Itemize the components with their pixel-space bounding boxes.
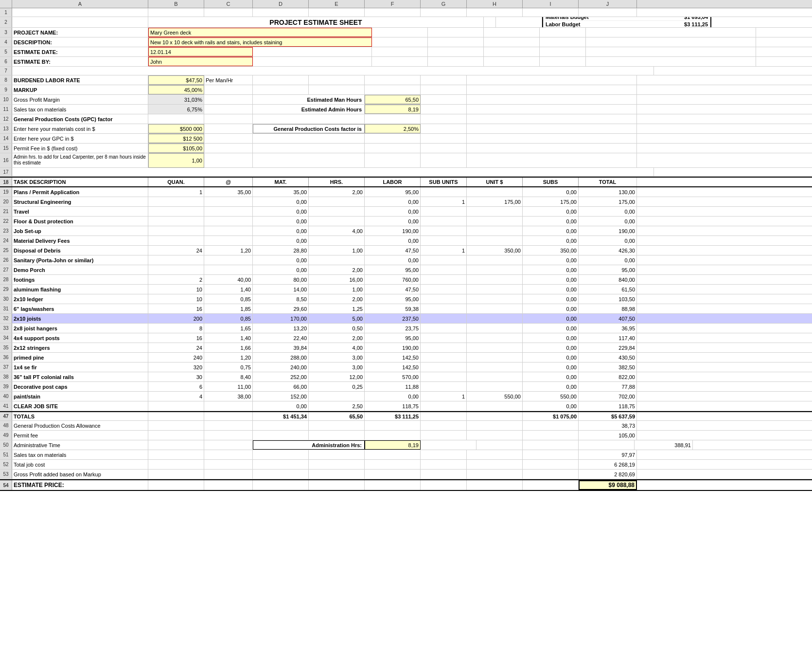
admin-hrs-sub-value[interactable]: 8,19: [365, 440, 421, 450]
task-hrs-32: 5,00: [309, 314, 365, 323]
task-desc-24: Material Delivery Fees: [12, 236, 148, 245]
task-at-38: 8,40: [204, 372, 253, 381]
task-subunits-25: 1: [421, 246, 467, 255]
th-mat: MAT.: [253, 178, 309, 186]
totals-row: 47 TOTALS $1 451,34 65,50 $3 111,25 $1 0…: [0, 411, 812, 421]
task-total-41: 118,75: [579, 401, 637, 411]
task-mat-26: 0,00: [253, 255, 309, 265]
col-header-h: H: [467, 0, 523, 8]
task-subs-28: 0,00: [523, 275, 579, 284]
task-mat-22: 0,00: [253, 217, 309, 226]
task-at-33: 1,65: [204, 324, 253, 333]
project-name-value[interactable]: Mary Green deck: [148, 28, 372, 37]
sheet-title: PROJECT ESTIMATE SHEET: [148, 17, 484, 27]
row-50: 50 Administrative Time Administration Hr…: [0, 440, 812, 450]
col-header-j: J: [579, 0, 637, 8]
task-subs-27: 0,00: [523, 265, 579, 274]
burdened-labor-value[interactable]: $47,50: [148, 75, 204, 85]
task-total-39: 77,88: [579, 382, 637, 391]
th-hrs: HRS.: [309, 178, 365, 186]
task-subs-35: 0,00: [523, 343, 579, 352]
row-num-header: [0, 0, 12, 8]
task-row-39: 39 Decorative post caps 6 11,00 66,00 0,…: [0, 382, 812, 392]
task-subs-36: 0,00: [523, 353, 579, 362]
task-quan-27: [148, 265, 204, 274]
task-units-38: [467, 372, 523, 381]
task-total-26: 0,00: [579, 255, 637, 265]
row-52: 52 Total job cost 6 268,19: [0, 460, 812, 470]
task-labor-28: 760,00: [365, 275, 421, 284]
task-subunits-35: [421, 343, 467, 352]
task-row-33: 33 2x8 joist hangers 8 1,65 13,20 0,50 2…: [0, 324, 812, 333]
task-total-21: 0,00: [579, 207, 637, 216]
est-admin-hours-value[interactable]: 8,19: [365, 105, 421, 114]
task-mat-31: 29,60: [253, 304, 309, 313]
task-labor-24: 0,00: [365, 236, 421, 245]
markup-value[interactable]: 45,00%: [148, 85, 204, 94]
task-desc-27: Demo Porch: [12, 265, 148, 274]
task-units-29: [467, 285, 523, 294]
th-total: TOTAL: [579, 178, 637, 186]
task-subs-21: 0,00: [523, 207, 579, 216]
totals-labor: $3 111,25: [365, 412, 421, 420]
task-desc-39: Decorative post caps: [12, 382, 148, 391]
sales-tax-value: 6,75%: [148, 105, 204, 114]
task-subunits-23: [421, 226, 467, 235]
task-labor-35: 190,00: [365, 343, 421, 352]
task-subs-41: 0,00: [523, 401, 579, 411]
project-name-label: PROJECT NAME:: [12, 28, 148, 37]
col-header-i: I: [523, 0, 579, 8]
task-desc-38: 36" tall PT colonial rails: [12, 372, 148, 381]
gpc-in-value[interactable]: $12 500: [148, 134, 204, 143]
th-sub-units: SUB UNITS: [421, 178, 467, 186]
summary-laborbudget-value: $3 111,25: [684, 21, 708, 27]
totals-mat: $1 451,34: [253, 412, 309, 420]
task-quan-26: [148, 255, 204, 265]
task-subunits-20: 1: [421, 197, 467, 206]
task-mat-40: 152,00: [253, 392, 309, 401]
permit-fee-label: Permit Fee in $ (fixed cost): [12, 144, 148, 153]
task-quan-32: 200: [148, 314, 204, 323]
task-quan-22: [148, 217, 204, 226]
task-quan-28: 2: [148, 275, 204, 284]
materials-cost-value[interactable]: $500 000: [148, 124, 204, 133]
task-subunits-30: [421, 294, 467, 304]
task-desc-28: footings: [12, 275, 148, 284]
permit-fee-value[interactable]: $105,00: [148, 144, 204, 153]
summary-matbudget-label: Materials Budget: [546, 17, 589, 20]
task-subunits-21: [421, 207, 467, 216]
task-hrs-34: 2,00: [309, 333, 365, 343]
task-at-34: 1,40: [204, 333, 253, 343]
row-11: 11 Sales tax on materials 6,75% Estimate…: [0, 105, 812, 114]
gpc-factor-value[interactable]: 2,50%: [365, 124, 421, 133]
task-at-32: 0,85: [204, 314, 253, 323]
admin-hrs-label: Admin hrs. to add for Lead Carpenter, pe…: [12, 153, 148, 168]
sales-tax-row-label: Sales tax on materials: [12, 450, 148, 459]
est-man-hours-value[interactable]: 65,50: [365, 95, 421, 104]
description-label: DESCRIPTION:: [12, 37, 148, 47]
task-quan-23: [148, 226, 204, 235]
task-total-19: 130,00: [579, 187, 637, 197]
estimate-by-value[interactable]: John: [148, 57, 253, 66]
task-subs-31: 0,00: [523, 304, 579, 313]
th-subs: SUBS: [523, 178, 579, 186]
admin-hrs-value[interactable]: 1,00: [148, 153, 204, 168]
task-quan-36: 240: [148, 353, 204, 362]
row-48: 48 General Production Costs Allowance 38…: [0, 421, 812, 431]
description-value[interactable]: New 10 x 10 deck with rails and stairs, …: [148, 37, 372, 47]
burdened-labor-label: BURDENED LABOR RATE: [12, 75, 148, 85]
task-subs-29: 0,00: [523, 285, 579, 294]
estimate-date-value[interactable]: 12.01.14: [148, 47, 253, 56]
sales-tax-label: Sales tax on materials: [12, 105, 148, 114]
task-quan-21: [148, 207, 204, 216]
task-subs-20: 175,00: [523, 197, 579, 206]
task-total-25: 426,30: [579, 246, 637, 255]
task-subs-30: 0,00: [523, 294, 579, 304]
task-row-35: 35 2x12 stringers 24 1,66 39,84 4,00 190…: [0, 343, 812, 353]
totals-total: $5 637,59: [579, 412, 637, 420]
gpc-allowance-total: 38,73: [579, 421, 637, 430]
row-15: 15 Permit Fee in $ (fixed cost) $105,00: [0, 144, 812, 153]
row-4: 4 DESCRIPTION: New 10 x 10 deck with rai…: [0, 37, 812, 47]
row-14: 14 Enter here your GPC in $ $12 500: [0, 134, 812, 144]
task-total-31: 88,98: [579, 304, 637, 313]
